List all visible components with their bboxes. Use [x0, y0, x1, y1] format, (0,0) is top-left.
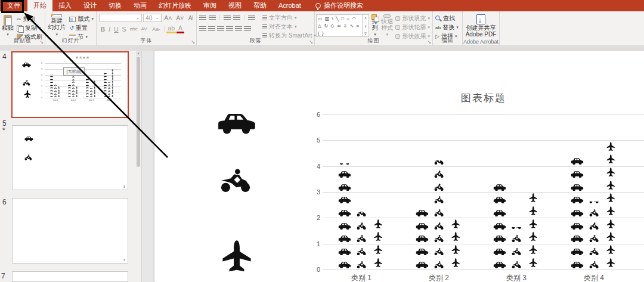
motorcycle-icon	[72, 81, 75, 83]
create-pdf-button[interactable]: 创建并共享 Adobe PDF	[464, 13, 498, 38]
car-icon	[104, 73, 107, 75]
car-icon	[86, 96, 89, 98]
cut-button[interactable]: ✂ 剪切	[16, 15, 44, 23]
find-button[interactable]: 查找	[434, 14, 460, 23]
car-icon	[50, 87, 53, 89]
text-direction-button[interactable]: 文字方向▾	[261, 14, 317, 22]
quick-styles-button[interactable]: 快速样式 ▾	[381, 13, 394, 38]
airplane-icon	[58, 95, 60, 97]
motorcycle-icon	[357, 235, 367, 243]
y-axis-tick-label: 0	[314, 266, 320, 273]
shapes-gallery[interactable]: ▭ ▥ \ ╲ □ ○ ◠ △ ↻ ◇ ⇦ ⇩ ∿ ≈ { }	[316, 14, 363, 37]
airplane-icon	[529, 206, 538, 217]
motorcycle-icon	[90, 90, 92, 92]
tab-动画[interactable]: 动画	[128, 0, 153, 11]
bullets-icon[interactable]	[199, 15, 206, 20]
tab-开始[interactable]: 开始	[27, 0, 52, 11]
chevron-down-icon: ⌄	[136, 16, 140, 20]
grow-font-button[interactable]: A˄	[163, 14, 174, 21]
align-center-icon[interactable]	[208, 26, 215, 32]
shrink-font-button[interactable]: A˅	[175, 14, 185, 21]
car-icon	[571, 184, 584, 191]
tab-file[interactable]: 文件	[0, 0, 27, 11]
align-left-icon[interactable]	[199, 26, 206, 32]
scrollbar-thumb[interactable]	[137, 57, 140, 167]
increase-indent-icon[interactable]	[233, 15, 240, 20]
tab-Acrobat[interactable]: Acrobat	[273, 0, 307, 11]
new-slide-button[interactable]: 新建 幻灯片 ▾	[47, 13, 67, 38]
font-size-combo[interactable]: 40⌄	[143, 14, 162, 22]
slide-thumbnail-4[interactable]: 4图表标题0123456类别 1类别 2类别 3类别 4[无标题]	[11, 51, 129, 118]
airplane-icon	[58, 89, 60, 92]
dialog-launcher-icon[interactable]: ↘	[39, 40, 44, 45]
ribbon-tabs: 开始插入设计切换动画幻灯片放映审阅视图帮助Acrobat	[27, 0, 307, 11]
change-case-button[interactable]: Aa·	[151, 26, 162, 32]
strikethrough-button[interactable]: abc	[128, 26, 139, 32]
font-color-button[interactable]: A	[177, 24, 184, 33]
justify-icon[interactable]	[226, 26, 233, 32]
font-name-combo[interactable]: ⌄	[99, 14, 142, 22]
motorcycle-icon	[357, 222, 367, 230]
numbering-icon[interactable]	[209, 15, 216, 20]
car-icon	[416, 223, 429, 230]
tab-设计[interactable]: 设计	[78, 0, 103, 11]
line-spacing-icon[interactable]	[248, 15, 255, 20]
distribute-icon[interactable]	[235, 26, 242, 32]
tab-帮助[interactable]: 帮助	[247, 0, 273, 11]
gridline	[45, 63, 121, 64]
character-spacing-button[interactable]: AV·	[140, 26, 150, 32]
tab-审阅[interactable]: 审阅	[197, 0, 222, 11]
slide-thumbnail-5[interactable]: 5	[12, 125, 128, 190]
tab-切换[interactable]: 切换	[103, 0, 128, 11]
separator	[164, 26, 165, 32]
copy-button[interactable]: 复制 ▾	[16, 24, 44, 32]
motorcycle-icon	[72, 87, 75, 89]
tab-幻灯片放映[interactable]: 幻灯片放映	[153, 0, 197, 11]
slide-thumbnail-7[interactable]	[12, 271, 128, 282]
airplane-icon	[606, 258, 615, 269]
motorcycle-icon	[589, 235, 599, 243]
shape-outline-button[interactable]: 形状轮廓▾	[394, 23, 431, 32]
arrange-button[interactable]: 排列 ▾	[370, 13, 380, 38]
scissors-icon: ✂	[17, 16, 21, 22]
decrease-indent-icon[interactable]	[224, 15, 231, 20]
pictogram-chart[interactable]: 图表标题0123456类别 1类别 2类别 3类别 4	[154, 51, 644, 282]
underline-button[interactable]: U	[113, 26, 120, 33]
paste-button[interactable]: 粘贴 ▾	[1, 13, 14, 38]
layout-button[interactable]: 版式 ▾	[68, 15, 95, 23]
bold-button[interactable]: B	[99, 26, 107, 33]
reset-button[interactable]: ↺ 重置	[68, 24, 95, 32]
tab-视图[interactable]: 视图	[222, 0, 247, 11]
motorcycle-icon	[108, 84, 110, 86]
columns-icon[interactable]	[244, 26, 251, 32]
dialog-launcher-icon[interactable]: ↘	[191, 40, 195, 45]
gallery-scrollbar[interactable]: ∧ ∨ ⊽	[363, 14, 369, 37]
car-icon	[104, 85, 107, 86]
airplane-icon	[606, 142, 615, 153]
dialog-launcher-icon[interactable]: ↘	[309, 40, 313, 45]
scroll-up-icon[interactable]: ▲	[136, 51, 141, 56]
motorcycle-icon-partial	[434, 160, 444, 165]
align-text-button[interactable]: 对齐文本▾	[261, 23, 317, 31]
slide-thumbnail-6[interactable]: 6	[12, 198, 128, 264]
group-acrobat: 创建并共享 Adobe PDF Adobe Acrobat	[463, 11, 500, 45]
tell-me-search[interactable]: 操作说明搜索	[315, 0, 363, 11]
airplane-icon	[58, 92, 60, 94]
slide-4-editing-surface[interactable]: 图表标题0123456类别 1类别 2类别 3类别 4	[154, 51, 644, 282]
text-shadow-button[interactable]: S	[120, 26, 128, 33]
italic-button[interactable]: I	[107, 26, 112, 33]
replace-button[interactable]: ab 替换 ▾	[434, 23, 460, 32]
slide-canvas: 图表标题0123456类别 1类别 2类别 3类别 4	[142, 51, 644, 282]
shape-fill-button[interactable]: 形状填充▾	[394, 14, 431, 23]
airplane-icon	[112, 89, 114, 92]
airplane-icon	[94, 80, 96, 83]
tab-插入[interactable]: 插入	[52, 0, 78, 11]
thumbnail-scrollbar[interactable]: ▲	[136, 51, 141, 282]
highlight-color-button[interactable]: ab	[166, 24, 177, 33]
clear-formatting-button[interactable]: A̸	[187, 14, 194, 21]
dialog-launcher-icon[interactable]: ↘	[427, 40, 431, 45]
align-right-icon[interactable]	[217, 26, 224, 32]
gridline	[45, 80, 121, 81]
car-icon	[24, 137, 33, 141]
airplane-icon	[94, 86, 96, 89]
